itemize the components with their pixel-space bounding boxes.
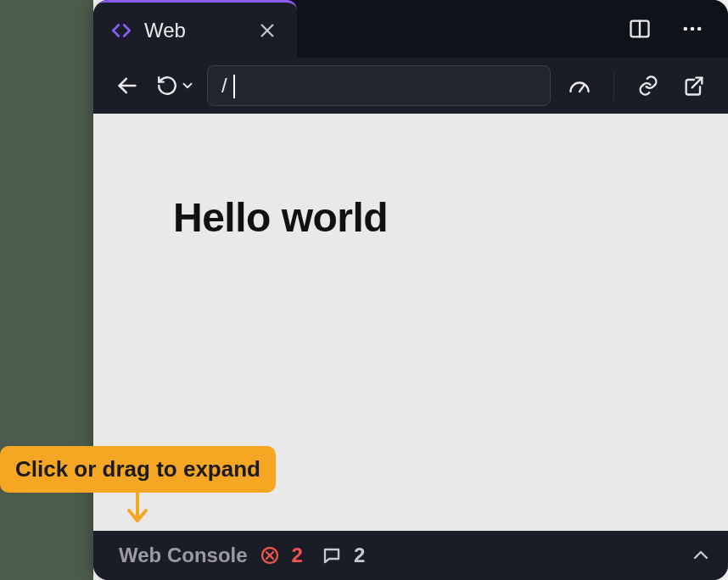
message-count: 2 [354, 544, 365, 567]
web-console-bar[interactable]: Web Console 2 2 [93, 531, 728, 580]
open-external-icon[interactable] [677, 69, 711, 103]
performance-icon[interactable] [563, 69, 596, 103]
browser-window: Web / [93, 0, 728, 580]
console-label: Web Console [119, 544, 248, 567]
tab-web[interactable]: Web [93, 0, 297, 58]
tutorial-callout: Click or drag to expand [0, 446, 276, 493]
tab-title: Web [144, 19, 186, 42]
left-gutter [0, 0, 93, 580]
address-bar[interactable]: / [207, 65, 551, 106]
tab-bar-right [623, 0, 728, 58]
text-caret [233, 75, 235, 98]
svg-point-4 [684, 27, 688, 31]
message-icon [322, 545, 342, 566]
callout-text: Click or drag to expand [15, 456, 260, 482]
svg-point-6 [697, 27, 702, 31]
expand-console-button[interactable] [691, 545, 711, 566]
tab-bar: Web [93, 0, 728, 58]
error-count: 2 [292, 544, 303, 567]
chevron-down-icon [180, 78, 195, 93]
back-button[interactable] [110, 69, 144, 103]
close-tab-button[interactable] [258, 21, 277, 40]
svg-line-8 [580, 85, 585, 92]
split-view-icon[interactable] [623, 12, 657, 46]
address-bar-text: / [221, 74, 536, 98]
callout-arrow-icon [126, 488, 160, 531]
more-menu-icon[interactable] [675, 12, 709, 46]
page-content: Hello world [93, 114, 728, 241]
code-icon [110, 20, 132, 42]
toolbar: / [93, 58, 728, 114]
toolbar-divider [613, 70, 614, 101]
svg-point-5 [691, 27, 695, 31]
error-icon [260, 545, 280, 566]
link-icon[interactable] [631, 69, 665, 103]
reload-button[interactable] [156, 75, 195, 97]
page-heading: Hello world [173, 194, 728, 241]
